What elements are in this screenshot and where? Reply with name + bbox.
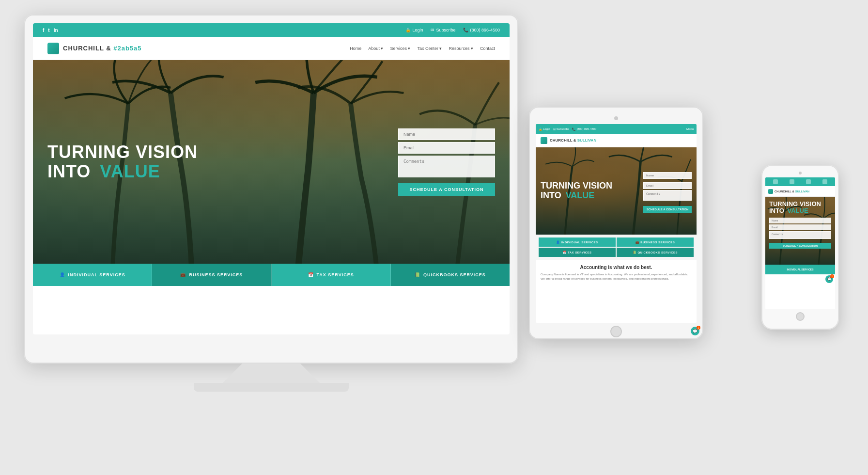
phone-logo-text: CHURCHILL & SULLIVAN xyxy=(775,190,809,193)
nav-home[interactable]: Home xyxy=(350,46,361,51)
service-individual[interactable]: 👤 INDIVIDUAL SERVICES xyxy=(33,264,152,286)
tablet-screen: 🔒Login ✉Subscribe 📞(800) 896-4500 Menu C… xyxy=(536,124,697,323)
phone-hero-content: TURNING VISION INTO VALUE SCHEDULE A CON… xyxy=(769,201,831,249)
phone-link[interactable]: 📞 (800) 896-4500 xyxy=(463,28,500,32)
social-icons: f t in xyxy=(43,28,401,33)
individual-icon: 👤 xyxy=(60,272,65,277)
subscribe-link[interactable]: ✉ Subscribe xyxy=(431,28,455,32)
phone-bottom: 💬 1 xyxy=(765,274,835,284)
phone-services-bar: INDIVIDUAL SERVICES xyxy=(765,265,835,274)
tablet-about-text: Company Name is licensed in VT and speci… xyxy=(541,272,692,281)
service-tax[interactable]: 📅 TAX SERVICES xyxy=(272,264,391,286)
phone-hero: TURNING VISION INTO VALUE SCHEDULE A CON… xyxy=(765,197,835,265)
tablet-service-business[interactable]: 💼BUSINESS SERVICES xyxy=(617,238,694,247)
desktop-hero: TURNING VISION INTO VALUE SCHEDULE A CON… xyxy=(33,60,510,264)
tablet-phone[interactable]: 📞(800) 896-4500 xyxy=(572,127,596,131)
nav-about[interactable]: About ▾ xyxy=(368,46,383,51)
tablet-device: 🔒Login ✉Subscribe 📞(800) 896-4500 Menu C… xyxy=(529,107,703,339)
phone-frame: CHURCHILL & SULLIVAN xyxy=(761,165,839,330)
tablet-service-individual[interactable]: 👤INDIVIDUAL SERVICES xyxy=(539,238,616,247)
facebook-icon[interactable]: f xyxy=(43,28,44,33)
login-link[interactable]: 🔒 Login xyxy=(405,28,423,32)
monitor-base xyxy=(194,383,349,392)
service-quickbooks[interactable]: 📗 QUICKBOOKS SERVICES xyxy=(391,264,510,286)
tablet-login[interactable]: 🔒Login xyxy=(539,127,550,131)
email-icon: ✉ xyxy=(431,28,434,32)
business-icon: 💼 xyxy=(180,272,186,277)
quickbooks-icon: 📗 xyxy=(415,272,420,277)
desktop-monitor: f t in 🔒 Login ✉ Subscribe xyxy=(24,15,518,393)
tablet-topbar: 🔒Login ✉Subscribe 📞(800) 896-4500 Menu xyxy=(536,124,697,134)
tablet-email-input[interactable] xyxy=(643,182,692,189)
monitor-screen: f t in 🔒 Login ✉ Subscribe xyxy=(33,23,510,334)
nav-resources[interactable]: Resources ▾ xyxy=(449,46,473,51)
tablet-about: Accounting is what we do best. Company N… xyxy=(536,260,697,286)
tablet-menu-link[interactable]: Menu xyxy=(686,127,694,130)
tablet-services: 👤INDIVIDUAL SERVICES 💼BUSINESS SERVICES … xyxy=(536,235,697,260)
hero-line2: INTO VALUE xyxy=(47,162,398,181)
twitter-icon[interactable]: t xyxy=(48,28,49,33)
logo-icon xyxy=(47,43,59,54)
form-comments-input[interactable] xyxy=(398,156,495,177)
topbar-right: 🔒 Login ✉ Subscribe 📞 (800) 896-4500 xyxy=(405,28,500,32)
tax-icon: 📅 xyxy=(308,272,314,277)
lock-icon: 🔒 xyxy=(405,28,411,32)
phone-schedule-button[interactable]: SCHEDULE A CONSULTATION xyxy=(769,243,831,249)
tablet-name-input[interactable] xyxy=(643,172,692,179)
desktop-topbar: f t in 🔒 Login ✉ Subscribe xyxy=(33,23,510,37)
tablet-camera xyxy=(614,116,618,120)
tablet-hero-title: TURNING VISION INTO VALUE xyxy=(541,181,643,201)
hero-value: VALUE xyxy=(100,161,160,181)
phone-logo-icon xyxy=(768,189,773,194)
tablet-logo-text: CHURCHILL & SULLIVAN xyxy=(550,138,596,142)
tablet-service-quickbooks[interactable]: 📗QUICKBOOKS SERVICES xyxy=(617,248,694,257)
logo-text: CHURCHILL & #2ab5a5 xyxy=(63,45,142,52)
tablet-home-button[interactable] xyxy=(610,326,622,337)
hero-form: SCHEDULE A CONSULTATION xyxy=(398,128,495,196)
phone-camera xyxy=(799,172,802,174)
linkedin-icon[interactable]: in xyxy=(54,28,58,33)
tablet-comments-input[interactable] xyxy=(643,190,692,201)
tablet-schedule-button[interactable]: SCHEDULE A CONSULTATION xyxy=(643,206,692,213)
phone-hero-title: TURNING VISION INTO VALUE xyxy=(769,201,831,215)
tablet-hero: TURNING VISION INTO VALUE SCHEDULE A CON… xyxy=(536,147,697,235)
main-nav: Home About ▾ Services ▾ Tax Center ▾ Res… xyxy=(350,46,495,51)
phone-home-button[interactable] xyxy=(796,312,805,321)
desktop-logo[interactable]: CHURCHILL & #2ab5a5 xyxy=(47,43,350,54)
nav-tax[interactable]: Tax Center ▾ xyxy=(417,46,442,51)
tablet-about-title: Accounting is what we do best. xyxy=(541,265,692,270)
phone-chat-bubble[interactable]: 💬 1 xyxy=(825,275,833,283)
form-email-input[interactable] xyxy=(398,142,495,154)
nav-services[interactable]: Services ▾ xyxy=(390,46,410,51)
tablet-hero-content: TURNING VISION INTO VALUE xyxy=(541,181,643,201)
phone-screen: CHURCHILL & SULLIVAN xyxy=(765,177,835,309)
hero-content: TURNING VISION INTO VALUE xyxy=(47,142,398,181)
desktop-services-bar: 👤 INDIVIDUAL SERVICES 💼 BUSINESS SERVICE… xyxy=(33,264,510,286)
tablet-subscribe[interactable]: ✉Subscribe xyxy=(553,127,570,131)
phone-topbar xyxy=(765,177,835,186)
form-name-input[interactable] xyxy=(398,128,495,140)
tablet-frame: 🔒Login ✉Subscribe 📞(800) 896-4500 Menu C… xyxy=(529,107,703,339)
logo-highlight: #2ab5a5 xyxy=(113,45,141,52)
phone-name-input[interactable] xyxy=(769,218,831,223)
phone-email-input[interactable] xyxy=(769,224,831,230)
hero-line1: TURNING VISION xyxy=(47,142,398,162)
phone-topbar-icon3 xyxy=(806,179,811,184)
nav-contact[interactable]: Contact xyxy=(480,46,495,51)
phone-topbar-icon4 xyxy=(822,179,827,184)
phone-topbar-icon2 xyxy=(790,179,794,184)
phone-comments-input[interactable] xyxy=(769,231,831,239)
phone-icon: 📞 xyxy=(463,28,468,32)
tablet-logo-icon xyxy=(541,137,547,144)
tablet-service-tax[interactable]: 📅TAX SERVICES xyxy=(539,248,616,257)
phone-chat-badge: 1 xyxy=(830,274,834,278)
hero-title: TURNING VISION INTO VALUE xyxy=(47,142,398,181)
phone-navbar: CHURCHILL & SULLIVAN xyxy=(765,186,835,197)
schedule-consultation-button[interactable]: SCHEDULE A CONSULTATION xyxy=(398,183,495,196)
service-business[interactable]: 💼 BUSINESS SERVICES xyxy=(152,264,271,286)
phone-topbar-icon1 xyxy=(773,179,778,184)
phone-device: CHURCHILL & SULLIVAN xyxy=(761,165,839,330)
monitor-stand xyxy=(223,364,320,383)
monitor-frame: f t in 🔒 Login ✉ Subscribe xyxy=(24,15,518,364)
hero-into: INTO xyxy=(47,161,91,181)
